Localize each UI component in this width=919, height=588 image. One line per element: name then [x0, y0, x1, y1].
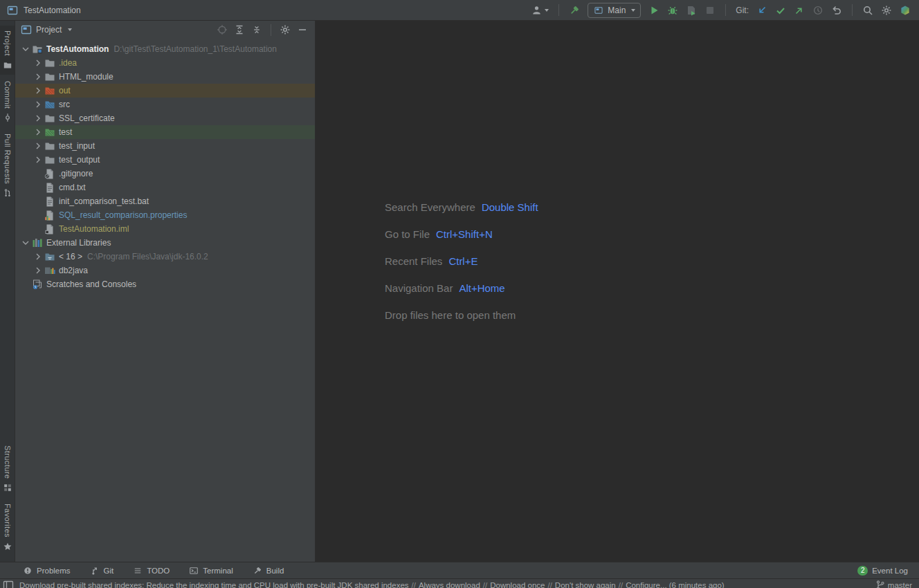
- chevron-collapsed-icon[interactable]: [32, 85, 44, 96]
- run-icon[interactable]: [648, 5, 659, 16]
- tree-row-test[interactable]: test: [15, 125, 315, 139]
- debug-icon[interactable]: [667, 5, 678, 16]
- folder-project-icon: [32, 44, 43, 55]
- file-iml-icon: [44, 223, 55, 235]
- tree-row-external-libraries[interactable]: External Libraries: [15, 236, 315, 250]
- tree-row-test-output[interactable]: test_output: [15, 153, 315, 167]
- project-toolwindow-actions: [217, 24, 308, 36]
- hint-shortcut-key: Double Shift: [482, 201, 538, 213]
- stripe-tab-structure[interactable]: Structure: [0, 441, 15, 497]
- toolwindow-button-problems[interactable]: Problems: [22, 565, 71, 576]
- collapse-all-icon[interactable]: [251, 24, 262, 35]
- project-toolwindow-title[interactable]: Project: [21, 24, 72, 35]
- options-icon[interactable]: [280, 24, 291, 35]
- shortcut-hint-navigation-bar: Navigation BarAlt+Home: [385, 275, 538, 302]
- git-commit-icon[interactable]: [775, 5, 786, 16]
- toolwindow-button-label: Git: [104, 567, 114, 575]
- status-link-download-once[interactable]: Download once: [490, 581, 545, 588]
- tree-row-testautomation[interactable]: TestAutomationD:\gitTest\TestAutomation_…: [15, 42, 315, 56]
- git-branch-widget[interactable]: master: [875, 580, 912, 588]
- tree-row-ssl-certificate[interactable]: SSL_certificate: [15, 111, 315, 125]
- problems-icon: [23, 566, 33, 576]
- tree-item-label: HTML_module: [59, 72, 113, 82]
- stripe-tab-project[interactable]: Project: [0, 26, 15, 75]
- code-with-me-icon[interactable]: [900, 5, 911, 16]
- chevron-collapsed-icon[interactable]: [32, 154, 44, 165]
- tree-row-idea[interactable]: .idea: [15, 56, 315, 70]
- expand-all-icon[interactable]: [234, 24, 245, 35]
- drop-files-hint: Drop files here to open them: [385, 302, 538, 329]
- tree-row-gitignore[interactable]: .gitignore: [15, 167, 315, 181]
- status-link-configure[interactable]: Configure...: [626, 581, 666, 588]
- tree-row-testautomation-iml[interactable]: TestAutomation.iml: [15, 222, 315, 236]
- tree-row-db2java[interactable]: db2java: [15, 264, 315, 277]
- chevron-expanded-icon[interactable]: [19, 44, 32, 55]
- tree-row-sql-result-comparison-properties[interactable]: SQL_result_comparison.properties: [15, 208, 315, 222]
- toolwindow-button-todo[interactable]: TODO: [132, 565, 170, 576]
- chevron-collapsed-icon[interactable]: [32, 113, 44, 124]
- search-icon[interactable]: [862, 5, 873, 16]
- run-configuration-selector[interactable]: Main: [588, 3, 641, 18]
- toolwindow-toggle-icon[interactable]: [3, 580, 14, 588]
- chevron-expanded-icon[interactable]: [19, 237, 32, 248]
- tree-row-html-module[interactable]: HTML_module: [15, 70, 315, 84]
- tree-row-test-input[interactable]: test_input: [15, 139, 315, 153]
- rollback-icon[interactable]: [831, 5, 842, 16]
- status-link-always-download[interactable]: Always download: [419, 581, 480, 588]
- tree-row-out[interactable]: out: [15, 84, 315, 98]
- chevron-collapsed-icon[interactable]: [32, 99, 44, 110]
- toolbar-separator: [558, 4, 559, 16]
- tree-item-label: test_output: [59, 155, 100, 165]
- status-message: Download pre-built shared indexes: Reduc…: [19, 581, 725, 588]
- hide-icon[interactable]: [297, 24, 308, 35]
- toolwindow-button-git[interactable]: Git: [89, 565, 114, 576]
- user-icon[interactable]: [531, 5, 549, 16]
- editor-area[interactable]: Search EverywhereDouble ShiftGo to FileC…: [316, 21, 919, 562]
- coverage-icon[interactable]: [686, 5, 697, 16]
- event-log-button[interactable]: 2 Event Log: [857, 566, 908, 576]
- toolwindow-button-label: Terminal: [203, 567, 233, 575]
- git-push-icon[interactable]: [794, 5, 805, 16]
- status-separator: //: [619, 581, 623, 588]
- chevron-collapsed-icon[interactable]: [32, 265, 44, 276]
- main-area: ProjectCommitPull Requests StructureFavo…: [0, 21, 919, 562]
- status-link-don-t-show-again[interactable]: Don't show again: [555, 581, 616, 588]
- hint-action-label: Search Everywhere: [385, 201, 475, 213]
- chevron-collapsed-icon[interactable]: [32, 251, 44, 262]
- toolwindow-button-build[interactable]: Build: [252, 565, 284, 576]
- chevron-collapsed-icon[interactable]: [32, 127, 44, 138]
- chevron-collapsed-icon[interactable]: [32, 140, 44, 151]
- hammer-icon[interactable]: [569, 5, 580, 16]
- folder-test-icon: [44, 127, 55, 138]
- locate-icon[interactable]: [217, 24, 228, 35]
- folder-icon: [44, 113, 55, 124]
- tree-item-label: test_input: [59, 141, 95, 151]
- tree-row-init-comparison-test-bat[interactable]: init_comparison_test.bat: [15, 194, 315, 208]
- settings-icon[interactable]: [881, 5, 892, 16]
- run-config-app-icon: [594, 6, 603, 14]
- toolwindow-button-terminal[interactable]: Terminal: [188, 565, 233, 576]
- tree-item-label: .gitignore: [59, 169, 93, 178]
- chevron-collapsed-icon[interactable]: [32, 71, 44, 82]
- main-toolbar-actions: MainGit:: [531, 3, 919, 18]
- stripe-tab-favorites[interactable]: Favorites: [0, 499, 15, 556]
- terminal-icon: [189, 566, 199, 576]
- pull-requests-icon: [3, 189, 12, 198]
- tree-row-src[interactable]: src: [15, 98, 315, 111]
- stripe-tab-commit[interactable]: Commit: [0, 76, 15, 127]
- git-update-icon[interactable]: [756, 5, 767, 16]
- stripe-top-group: ProjectCommitPull Requests: [0, 24, 15, 204]
- status-separator: //: [412, 581, 416, 588]
- tree-row-cmd-txt[interactable]: cmd.txt: [15, 181, 315, 194]
- git-branch-icon: [90, 566, 100, 576]
- tree-item-label: cmd.txt: [59, 183, 86, 192]
- chevron-collapsed-icon[interactable]: [32, 57, 44, 68]
- file-properties-icon: [44, 210, 55, 221]
- file-text-icon: [44, 196, 55, 207]
- stripe-tab-pull-requests[interactable]: Pull Requests: [0, 129, 15, 203]
- tree-row-scratches-and-consoles[interactable]: Scratches and Consoles: [15, 277, 315, 291]
- commit-icon: [3, 113, 12, 122]
- stripe-tab-label: Pull Requests: [3, 134, 12, 184]
- tree-item-path: C:\Program Files\Java\jdk-16.0.2: [87, 252, 208, 261]
- tree-row-16[interactable]: < 16 >C:\Program Files\Java\jdk-16.0.2: [15, 250, 315, 264]
